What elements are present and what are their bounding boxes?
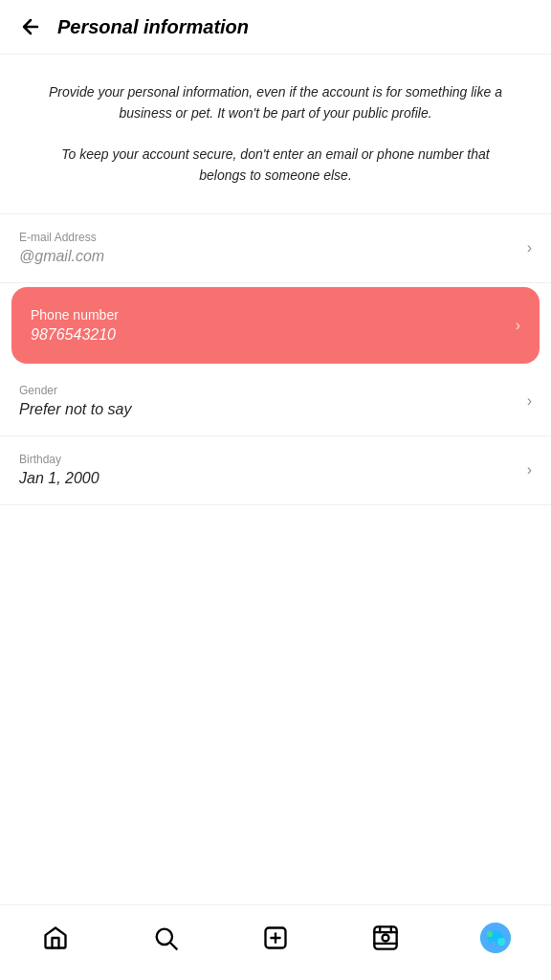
- reels-icon: [372, 924, 399, 951]
- birthday-chevron-icon: ›: [527, 461, 532, 479]
- create-icon: [262, 924, 289, 951]
- email-chevron-icon: ›: [527, 239, 532, 256]
- email-field-content: E-mail Address @gmail.com: [19, 231, 518, 265]
- nav-reels-button[interactable]: [363, 915, 408, 961]
- security-description: To keep your account secure, don't enter…: [38, 144, 513, 187]
- birthday-label: Birthday: [19, 453, 518, 466]
- home-icon: [42, 924, 69, 951]
- svg-line-1: [170, 943, 176, 948]
- email-label: E-mail Address: [19, 231, 518, 244]
- email-value: @gmail.com: [19, 248, 518, 265]
- svg-point-15: [491, 941, 496, 947]
- nav-create-button[interactable]: [253, 915, 298, 961]
- page-title: Personal information: [57, 16, 249, 38]
- svg-point-13: [487, 931, 493, 937]
- gender-value: Prefer not to say: [19, 401, 518, 418]
- phone-chevron-icon: ›: [516, 317, 520, 334]
- avatar: [480, 923, 511, 953]
- header: Personal information: [0, 0, 551, 55]
- svg-point-6: [383, 935, 389, 942]
- gender-label: Gender: [19, 384, 518, 397]
- gender-field-content: Gender Prefer not to say: [19, 384, 518, 418]
- avatar-image: [480, 923, 511, 953]
- back-arrow-icon: [19, 15, 42, 38]
- nav-home-button[interactable]: [33, 915, 78, 961]
- main-description: Provide your personal information, even …: [38, 81, 513, 124]
- birthday-value: Jan 1, 2000: [19, 470, 518, 487]
- phone-field-row[interactable]: Phone number 9876543210 ›: [11, 287, 540, 364]
- phone-field-content: Phone number 9876543210: [31, 307, 506, 344]
- back-button[interactable]: [19, 15, 42, 38]
- phone-value: 9876543210: [31, 326, 506, 344]
- birthday-field-content: Birthday Jan 1, 2000: [19, 453, 518, 487]
- phone-label: Phone number: [31, 307, 506, 323]
- bottom-nav: [0, 904, 551, 980]
- gender-field-row[interactable]: Gender Prefer not to say ›: [0, 368, 551, 436]
- nav-search-button[interactable]: [143, 915, 188, 961]
- birthday-field-row[interactable]: Birthday Jan 1, 2000 ›: [0, 436, 551, 505]
- description-section: Provide your personal information, even …: [0, 55, 551, 214]
- email-field-row[interactable]: E-mail Address @gmail.com ›: [0, 214, 551, 283]
- search-icon: [152, 924, 179, 951]
- form-section: E-mail Address @gmail.com › Phone number…: [0, 214, 551, 904]
- svg-rect-5: [374, 926, 396, 948]
- gender-chevron-icon: ›: [527, 392, 532, 410]
- svg-point-14: [497, 938, 505, 946]
- nav-profile-button[interactable]: [473, 915, 518, 961]
